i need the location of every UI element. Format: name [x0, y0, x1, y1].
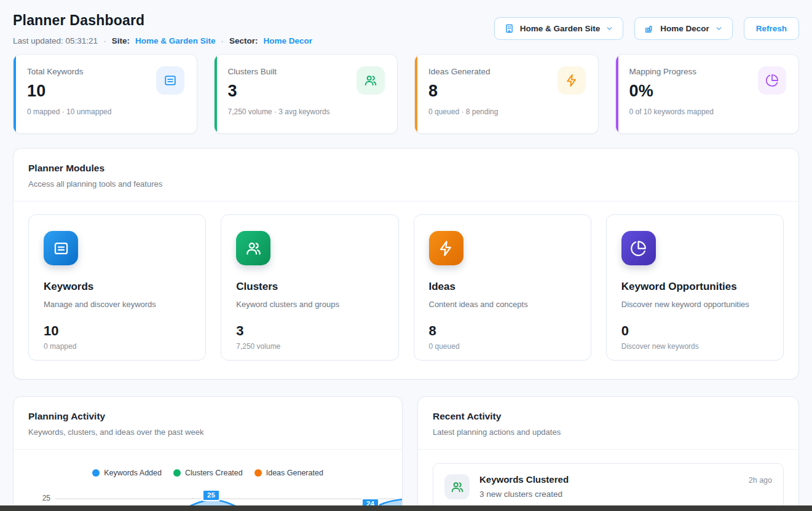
accent-stripe [215, 55, 217, 133]
module-title: Keywords [44, 281, 191, 293]
recent-activity-panel: Recent Activity Latest planning actions … [417, 396, 799, 511]
module-description: Keyword clusters and groups [236, 300, 383, 309]
recent-activity-title: Recent Activity [433, 411, 784, 422]
module-description: Discover new keyword opportunities [621, 300, 768, 309]
planning-activity-panel: Planning Activity Keywords, clusters, an… [13, 396, 403, 511]
planning-activity-header: Planning Activity Keywords, clusters, an… [14, 397, 402, 450]
sector-link[interactable]: Home Decor [263, 36, 312, 45]
module-stat-label: 0 mapped [44, 342, 191, 351]
activity-icon-chip [444, 474, 470, 499]
module-stat-value: 8 [429, 323, 576, 339]
legend-label: Clusters Created [185, 469, 243, 477]
legend-item-ideas-generated: Ideas Generated [254, 469, 323, 477]
module-icon-chip [621, 231, 656, 265]
legend-dot-blue [92, 469, 100, 477]
module-card-keywords[interactable]: Keywords Manage and discover keywords 10… [28, 214, 206, 361]
topbar-left: Planner Dashboard Last updated: 05:31:21… [13, 12, 312, 45]
topbar-controls: Home & Garden Site Home Decor Refresh [494, 17, 799, 40]
chart-legend: Keywords Added Clusters Created Ideas Ge… [14, 469, 402, 477]
file-text-icon [164, 74, 177, 87]
recent-activity-subtitle: Latest planning actions and updates [433, 427, 784, 437]
bar-chart-icon [644, 23, 655, 34]
pie-chart-icon [630, 240, 647, 257]
sector-dropdown[interactable]: Home Decor [634, 17, 733, 40]
recent-activity-header: Recent Activity Latest planning actions … [418, 397, 798, 450]
module-description: Content ideas and concepts [429, 300, 576, 309]
planning-activity-subtitle: Keywords, clusters, and ideas over the p… [28, 427, 387, 437]
activity-description: 3 new clusters created [479, 490, 772, 499]
stat-card-mapping-progress: Mapping Progress 0% 0 of 10 keywords map… [615, 54, 800, 134]
module-card-ideas[interactable]: Ideas Content ideas and concepts 8 0 que… [414, 214, 591, 361]
data-point-label: 25 [202, 490, 220, 501]
module-stat-label: Discover new keywords [621, 342, 768, 351]
module-stat-label: 7,250 volume [236, 342, 383, 351]
zap-icon [565, 74, 578, 87]
legend-dot-green [173, 469, 181, 477]
module-stat-label: 0 queued [429, 342, 576, 351]
stat-subtitle: 0 mapped · 10 unmapped [27, 107, 184, 116]
site-dropdown[interactable]: Home & Garden Site [494, 17, 624, 40]
modules-grid: Keywords Manage and discover keywords 10… [14, 201, 798, 379]
module-stat-value: 3 [236, 323, 383, 339]
pie-chart-icon [765, 74, 779, 87]
module-title: Keyword Opportunities [621, 281, 768, 293]
module-stat-value: 10 [44, 323, 191, 339]
accent-stripe [14, 55, 16, 133]
meta-line: Last updated: 05:31:21 · Site: Home & Ga… [13, 36, 312, 45]
planner-modules-panel: Planner Modules Access all planning tool… [13, 148, 799, 380]
stat-card-ideas-generated: Ideas Generated 8 0 queued · 8 pending [414, 54, 599, 134]
legend-item-keywords-added: Keywords Added [92, 469, 162, 477]
stat-icon-chip [357, 66, 385, 95]
site-link[interactable]: Home & Garden Site [135, 36, 216, 45]
module-description: Manage and discover keywords [44, 300, 191, 309]
module-icon-chip [236, 231, 270, 265]
sector-dropdown-label: Home Decor [660, 24, 709, 33]
modules-header: Planner Modules Access all planning tool… [14, 149, 798, 201]
bottom-row: Planning Activity Keywords, clusters, an… [13, 396, 799, 511]
modules-subtitle: Access all planning tools and features [28, 179, 784, 189]
building-icon [504, 23, 514, 34]
legend-label: Ideas Generated [266, 469, 323, 477]
accent-stripe [616, 55, 618, 133]
module-icon-chip [44, 231, 78, 265]
stat-icon-chip [558, 66, 586, 95]
bottom-screen-strip [0, 505, 812, 511]
sector-label: Sector: [229, 36, 258, 45]
site-label: Site: [112, 36, 130, 45]
stat-subtitle: 0 queued · 8 pending [428, 107, 586, 116]
stat-card-clusters-built: Clusters Built 3 7,250 volume · 3 avg ke… [214, 54, 398, 134]
chevron-down-icon [715, 25, 723, 33]
module-icon-chip [429, 231, 463, 265]
module-card-keyword-opportunities[interactable]: Keyword Opportunities Discover new keywo… [606, 214, 784, 361]
module-stat-value: 0 [621, 323, 768, 339]
module-title: Ideas [429, 281, 576, 293]
accent-stripe [415, 55, 417, 133]
activity-item-keywords-clustered: Keywords Clustered 2h ago 3 new clusters… [433, 463, 784, 510]
legend-item-clusters-created: Clusters Created [173, 469, 243, 477]
chevron-down-icon [605, 25, 613, 33]
zap-icon [438, 240, 454, 257]
stats-row: Total Keywords 10 0 mapped · 10 unmapped… [13, 54, 799, 134]
legend-label: Keywords Added [104, 469, 162, 477]
page-title: Planner Dashboard [13, 12, 312, 29]
meta-separator: · [221, 36, 224, 45]
topbar: Planner Dashboard Last updated: 05:31:21… [13, 12, 799, 45]
refresh-button-label: Refresh [756, 24, 787, 33]
activity-title: Keywords Clustered [479, 474, 569, 485]
refresh-button[interactable]: Refresh [744, 17, 799, 40]
meta-separator: · [103, 36, 106, 45]
module-card-clusters[interactable]: Clusters Keyword clusters and groups 3 7… [221, 214, 398, 361]
stat-subtitle: 7,250 volume · 3 avg keywords [228, 107, 385, 116]
modules-title: Planner Modules [28, 163, 784, 174]
file-text-icon [53, 240, 69, 257]
stat-icon-chip [758, 66, 786, 95]
users-icon [245, 240, 262, 257]
users-icon [451, 480, 464, 494]
users-icon [364, 74, 377, 87]
planning-activity-title: Planning Activity [28, 411, 387, 422]
module-title: Clusters [236, 281, 383, 293]
activity-body: Keywords Clustered 2h ago 3 new clusters… [479, 474, 772, 499]
site-dropdown-label: Home & Garden Site [520, 24, 601, 33]
planner-dashboard-page: Planner Dashboard Last updated: 05:31:21… [0, 0, 812, 511]
activity-time: 2h ago [749, 476, 772, 485]
